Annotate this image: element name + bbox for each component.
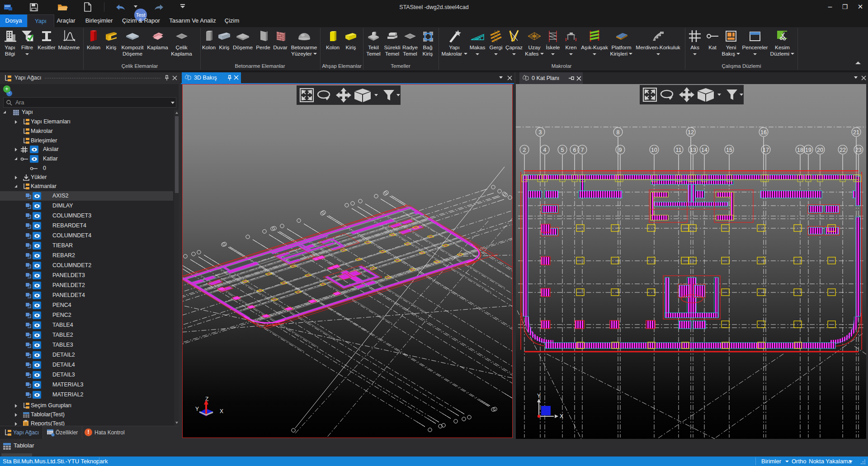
svg-text:14: 14: [701, 147, 708, 153]
svg-text:23: 23: [855, 147, 862, 153]
svg-text:22: 22: [840, 147, 846, 153]
svg-text:6: 6: [573, 147, 576, 153]
svg-text:3: 3: [539, 129, 542, 136]
svg-text:8: 8: [617, 129, 620, 136]
svg-text:4: 4: [543, 147, 547, 153]
svg-text:10: 10: [651, 147, 657, 153]
svg-text:13: 13: [690, 147, 696, 153]
svg-text:9: 9: [619, 147, 622, 153]
svg-text:11: 11: [676, 147, 682, 153]
svg-text:Y: Y: [195, 406, 199, 412]
svg-text:16: 16: [760, 129, 767, 136]
svg-text:21: 21: [853, 129, 859, 136]
svg-text:2: 2: [523, 147, 526, 153]
svg-text:X: X: [560, 413, 563, 419]
svg-text:X: X: [220, 408, 223, 414]
svg-text:7: 7: [581, 147, 584, 153]
svg-text:20: 20: [817, 147, 823, 153]
svg-text:15: 15: [726, 147, 732, 153]
svg-text:18: 18: [797, 147, 803, 153]
svg-text:5: 5: [561, 147, 564, 153]
svg-text:17: 17: [763, 147, 769, 153]
svg-text:19: 19: [805, 147, 811, 153]
svg-text:Y: Y: [537, 393, 541, 399]
svg-text:12: 12: [688, 129, 694, 136]
